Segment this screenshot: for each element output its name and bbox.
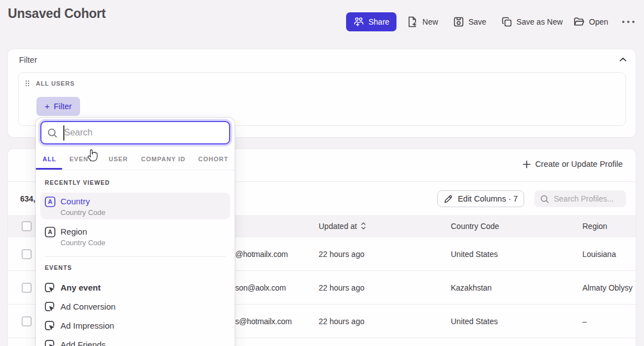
header-actions: Share New Save Save as New Open — [346, 12, 635, 31]
picker-item-ad-impression[interactable]: Ad Impression — [40, 316, 230, 335]
search-icon — [540, 194, 549, 204]
create-or-update-profile-label: Create or Update Profile — [535, 160, 623, 169]
picker-item-subtitle: Country Code — [60, 208, 105, 217]
new-document-icon — [408, 16, 418, 27]
cell-country: United States — [451, 317, 498, 326]
cell-region: – — [582, 317, 587, 326]
save-button[interactable]: Save — [454, 17, 486, 27]
cell-region: Louisiana — [582, 250, 616, 259]
all-users-label: ALL USERS — [36, 80, 74, 87]
edit-columns-button[interactable]: Edit Columns · 7 — [437, 190, 524, 207]
tab-all[interactable]: ALL — [43, 156, 56, 162]
picker-item-ad-conversion[interactable]: Ad Conversion — [40, 297, 230, 316]
picker-item-region[interactable]: A Region Country Code — [40, 223, 230, 250]
column-header-region[interactable]: Region — [582, 222, 607, 231]
pencil-icon — [444, 194, 453, 204]
tab-cohort[interactable]: COHORT — [198, 156, 228, 162]
picker-item-any-event[interactable]: Any event — [40, 278, 230, 297]
picker-item-title: Ad Impression — [60, 321, 114, 330]
event-icon — [45, 321, 55, 331]
recently-viewed-label: RECENTLY VIEWED — [45, 179, 110, 186]
events-label: EVENTS — [45, 264, 72, 271]
open-folder-icon — [573, 17, 585, 27]
popup-search-input[interactable] — [64, 128, 204, 138]
save-as-new-label: Save as New — [516, 17, 562, 26]
cell-email: @hotmailx.com — [235, 250, 288, 259]
picker-item-title: Ad Conversion — [60, 302, 115, 311]
mouse-hand-cursor — [87, 148, 100, 162]
search-icon — [47, 128, 58, 138]
share-button[interactable]: Share — [346, 12, 396, 31]
save-icon — [454, 17, 464, 27]
column-header-country-code[interactable]: Country Code — [451, 222, 499, 231]
add-filter-button[interactable]: + Filter — [36, 97, 80, 116]
divider — [36, 170, 235, 170]
cell-email: son@aolx.com — [235, 283, 286, 292]
tab-company-id[interactable]: COMPANY ID — [141, 156, 185, 162]
add-filter-label: Filter — [54, 102, 72, 111]
cell-updated-at: 22 hours ago — [319, 250, 365, 259]
plus-icon: + — [45, 102, 50, 111]
picker-item-title: Region — [60, 227, 87, 236]
event-icon — [45, 340, 55, 346]
plus-icon — [522, 160, 531, 169]
property-picker-popup: ALL EVENT USER COMPANY ID COHORT RECENTL… — [36, 118, 235, 346]
picker-item-title: Add Friends — [60, 340, 106, 346]
cell-updated-at: 22 hours ago — [319, 283, 365, 292]
tab-user[interactable]: USER — [109, 156, 128, 162]
row-checkbox[interactable] — [22, 316, 31, 326]
filter-panel-title: Filter — [19, 55, 37, 64]
picker-item-country[interactable]: A Country Country Code — [40, 193, 230, 219]
new-label: New — [422, 17, 438, 26]
letter-a-icon: A — [45, 227, 55, 237]
drag-handle-icon[interactable] — [25, 80, 30, 87]
create-or-update-profile-button[interactable]: Create or Update Profile — [522, 160, 623, 169]
save-as-new-button[interactable]: Save as New — [502, 17, 562, 27]
picker-item-title: Any event — [60, 283, 101, 292]
search-profiles-input[interactable] — [554, 194, 621, 203]
sort-icon[interactable] — [361, 222, 366, 230]
picker-item-add-friends[interactable]: Add Friends — [40, 335, 230, 346]
search-profiles-box[interactable] — [534, 190, 626, 207]
open-label: Open — [589, 17, 608, 26]
page-title: Unsaved Cohort — [8, 6, 106, 21]
row-checkbox[interactable] — [22, 249, 31, 259]
picker-item-title: Country — [60, 197, 90, 206]
active-tab-underline — [36, 168, 62, 170]
cell-updated-at: 22 hours ago — [319, 317, 365, 326]
select-all-checkbox[interactable] — [22, 222, 31, 231]
svg-text:A: A — [48, 228, 53, 235]
cell-email: s@hotmailx.com — [235, 317, 292, 326]
more-dots-icon — [622, 20, 635, 24]
divider — [45, 256, 226, 257]
row-checkbox[interactable] — [22, 283, 31, 292]
cell-region: Almaty Oblysy — [582, 283, 632, 292]
share-users-icon — [353, 17, 365, 26]
picker-item-subtitle: Country Code — [60, 239, 105, 247]
letter-a-icon: A — [45, 197, 55, 207]
open-button[interactable]: Open — [573, 17, 608, 27]
collapse-chevron-icon[interactable] — [619, 57, 627, 62]
new-button[interactable]: New — [408, 16, 438, 27]
save-label: Save — [468, 17, 486, 26]
column-header-updated-at[interactable]: Updated at — [319, 222, 366, 231]
cell-country: Kazakhstan — [451, 283, 492, 292]
share-label: Share — [368, 17, 389, 26]
cell-country: United States — [451, 250, 498, 259]
copy-icon — [502, 17, 512, 27]
more-options-button[interactable] — [622, 20, 635, 24]
event-icon — [45, 302, 55, 312]
edit-columns-label: Edit Columns · 7 — [458, 194, 517, 203]
popup-search-box[interactable] — [40, 121, 230, 144]
svg-text:A: A — [48, 198, 53, 205]
event-icon — [45, 283, 55, 293]
